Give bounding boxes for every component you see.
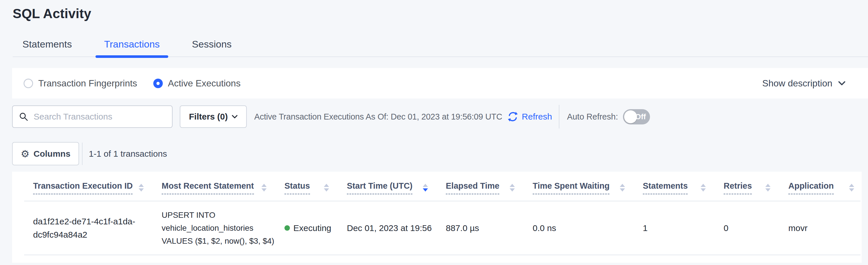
header-transaction-execution-id[interactable]: Transaction Execution ID	[33, 181, 162, 194]
cell-most-recent-statement: UPSERT INTO vehicle_location_histories V…	[162, 209, 284, 247]
as-of-timestamp: Active Transaction Executions As Of: Dec…	[254, 112, 502, 122]
header-time-spent-waiting[interactable]: Time Spent Waiting	[533, 181, 643, 194]
filters-button[interactable]: Filters (0)	[180, 105, 247, 128]
refresh-icon	[507, 111, 518, 122]
auto-refresh-toggle[interactable]: Off	[623, 109, 650, 125]
sort-arrows-icon	[765, 184, 771, 191]
auto-refresh-label: Auto Refresh:	[567, 112, 618, 122]
header-retries[interactable]: Retries	[724, 181, 788, 194]
radio-transaction-fingerprints[interactable]: Transaction Fingerprints	[24, 78, 137, 89]
gear-icon: ⚙	[21, 149, 29, 159]
tab-sessions-label: Sessions	[192, 38, 231, 50]
cell-start-time: Dec 01, 2023 at 19:56	[347, 221, 446, 235]
header-statements[interactable]: Statements	[643, 181, 724, 194]
tab-transactions-label: Transactions	[104, 38, 160, 50]
sort-arrows-icon	[849, 184, 854, 191]
columns-button[interactable]: ⚙ Columns	[12, 142, 79, 165]
filters-button-label: Filters (0)	[189, 112, 228, 122]
sort-arrows-icon	[138, 184, 144, 191]
chevron-down-icon	[838, 81, 845, 86]
refresh-button[interactable]: Refresh	[507, 111, 552, 122]
radio-transaction-fingerprints-label: Transaction Fingerprints	[38, 78, 137, 89]
search-box	[12, 105, 173, 128]
columns-button-label: Columns	[33, 149, 70, 159]
status-executing-dot-icon	[284, 225, 290, 231]
sort-arrows-icon	[509, 184, 515, 191]
sort-arrows-icon	[324, 184, 329, 191]
cell-statements: 1	[643, 221, 724, 235]
refresh-button-label: Refresh	[522, 112, 552, 122]
header-start-time[interactable]: Start Time (UTC)	[347, 181, 446, 194]
show-description-label: Show description	[762, 78, 832, 89]
header-most-recent-statement[interactable]: Most Recent Statement	[162, 181, 284, 194]
radio-active-executions-label: Active Executions	[168, 78, 241, 89]
vertical-divider	[82, 142, 83, 165]
radio-unselected-icon[interactable]	[24, 79, 33, 88]
header-application[interactable]: Application	[788, 181, 859, 194]
row-divider	[24, 255, 861, 255]
header-elapsed-time[interactable]: Elapsed Time	[446, 181, 533, 194]
tab-statements-label: Statements	[23, 38, 72, 50]
chevron-down-icon	[232, 115, 238, 119]
view-mode-radio-group: Transaction Fingerprints Active Executio…	[24, 78, 256, 89]
page-title: SQL Activity	[13, 6, 91, 21]
sort-arrows-icon	[701, 184, 706, 191]
cell-time-spent-waiting: 0.0 ns	[533, 221, 643, 235]
vertical-divider	[559, 105, 559, 129]
table-row: da1f21e2-de71-4c1f-a1da-dc9fc94a84a2 UPS…	[12, 201, 862, 255]
cell-status: Executing	[284, 221, 347, 235]
view-mode-card: Transaction Fingerprints Active Executio…	[12, 68, 868, 99]
table-header-row: Transaction Execution ID Most Recent Sta…	[12, 172, 862, 201]
sort-arrows-active-icon	[423, 184, 428, 191]
search-input[interactable]	[12, 105, 173, 128]
radio-selected-icon[interactable]	[153, 79, 163, 88]
tab-statements[interactable]: Statements	[23, 38, 72, 56]
cell-elapsed-time: 887.0 µs	[446, 221, 533, 235]
table-toolbar-row: ⚙ Columns 1-1 of 1 transactions	[12, 142, 862, 165]
auto-refresh-state-label: Off	[635, 109, 646, 125]
radio-active-executions[interactable]: Active Executions	[153, 78, 241, 89]
status-badge: Executing	[293, 221, 331, 235]
cell-application: movr	[788, 221, 859, 235]
result-count: 1-1 of 1 transactions	[89, 149, 167, 159]
cell-retries: 0	[724, 221, 788, 235]
tab-bar: Statements Transactions Sessions	[13, 38, 868, 57]
cell-execution-id: da1f21e2-de71-4c1f-a1da-dc9fc94a84a2	[33, 215, 148, 241]
sql-activity-page: SQL Activity Statements Transactions Ses…	[0, 0, 868, 265]
show-description-toggle[interactable]: Show description	[762, 78, 857, 89]
transactions-table-card: Transaction Execution ID Most Recent Sta…	[12, 172, 862, 263]
tab-transactions[interactable]: Transactions	[104, 38, 160, 56]
sort-arrows-icon	[261, 184, 267, 191]
active-tab-underline	[95, 55, 168, 58]
sort-arrows-icon	[620, 184, 625, 191]
table-controls-row: Filters (0) Active Transaction Execution…	[12, 105, 862, 128]
header-status[interactable]: Status	[284, 181, 347, 194]
tab-sessions[interactable]: Sessions	[192, 38, 231, 56]
